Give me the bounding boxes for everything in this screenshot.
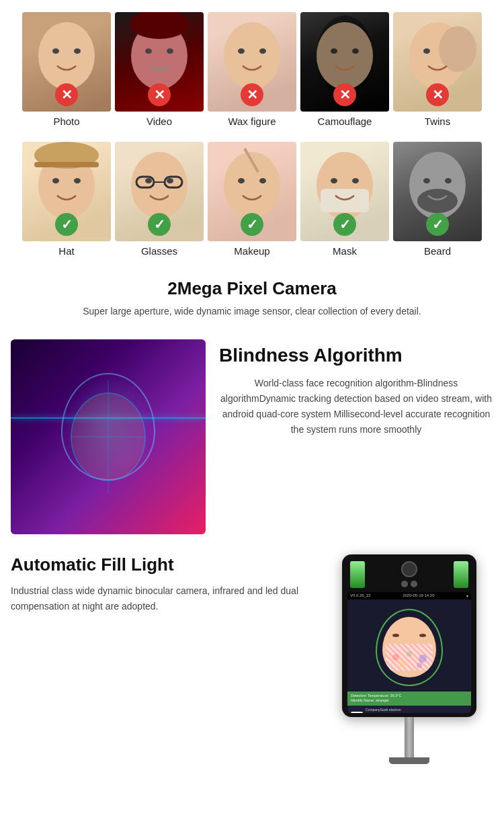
- svg-point-5: [167, 48, 173, 54]
- img-cell-mask: ✓Mask: [300, 142, 389, 257]
- label-makeup: Makeup: [234, 245, 269, 257]
- bottom-image-grid: ✓Hat✓Glasses✓Makeup✓Mask✓Beard: [0, 130, 504, 259]
- svg-point-40: [417, 189, 458, 213]
- svg-point-39: [445, 178, 452, 183]
- device-info-text: CompanySuzik electron Department:LOGO Na…: [366, 708, 401, 713]
- sensor-1: [401, 581, 408, 587]
- img-cell-video: ✕Video: [115, 12, 204, 127]
- img-wrap-camouflage: ✕: [300, 12, 389, 112]
- screen-bottom-bar: Detection Temperature: 36.3°C Identify N…: [347, 692, 471, 706]
- svg-point-44: [392, 654, 399, 661]
- megapixel-desc: Super large aperture, wide dynamic image…: [0, 304, 504, 319]
- svg-point-17: [439, 26, 476, 72]
- img-cell-photo: ✕Photo: [22, 12, 111, 127]
- img-wrap-photo: ✕: [22, 12, 111, 112]
- badge-video: ✕: [148, 83, 171, 106]
- svg-point-30: [238, 178, 245, 183]
- face-inner: [382, 617, 436, 677]
- img-wrap-makeup: ✓: [208, 142, 296, 241]
- img-cell-makeup: ✓Makeup: [208, 142, 296, 257]
- camera-lens: [401, 561, 417, 577]
- badge-glasses: ✓: [148, 213, 171, 236]
- svg-point-23: [131, 152, 187, 219]
- blindness-title: Blindness Algorithm: [219, 345, 493, 366]
- blindness-section: Blindness Algorithm World-class face rec…: [0, 319, 504, 534]
- svg-point-0: [38, 22, 95, 89]
- left-led: [350, 561, 365, 588]
- wifi-icon: ▾: [466, 593, 468, 598]
- svg-rect-36: [321, 189, 369, 212]
- badge-camouflage: ✕: [333, 83, 356, 106]
- img-cell-hat: ✓Hat: [22, 142, 111, 257]
- img-wrap-beard: ✓: [393, 142, 482, 241]
- badge-mask: ✓: [333, 213, 356, 236]
- label-hat: Hat: [58, 245, 74, 257]
- badge-hat: ✓: [55, 213, 78, 236]
- date-label: 2020-05-19 14:20: [403, 593, 434, 597]
- device-pole: [405, 717, 414, 757]
- svg-rect-22: [34, 162, 99, 167]
- svg-point-38: [423, 178, 430, 183]
- svg-point-47: [399, 661, 406, 667]
- label-mask: Mask: [333, 245, 357, 257]
- fill-desc: Industrial class wide dynamic binocular …: [11, 583, 312, 614]
- img-cell-camouflage: ✕Camouflage: [300, 12, 389, 127]
- screen-info-row: LOGO CompanySuzik electron Department:LO…: [347, 706, 471, 713]
- device-mockup-wrap: V0.0.26_15 2020-05-19 14:20 ▾: [325, 554, 493, 764]
- img-cell-beard: ✓Beard: [393, 142, 482, 257]
- svg-point-2: [74, 48, 81, 54]
- device-top-bar: [347, 561, 471, 588]
- blindness-text-block: Blindness Algorithm World-class face rec…: [219, 339, 493, 437]
- svg-point-19: [52, 178, 59, 183]
- face-detection-oval: [376, 609, 443, 686]
- badge-beard: ✓: [426, 213, 449, 236]
- fill-title: Automatic Fill Light: [11, 554, 312, 575]
- fill-light-section: Automatic Fill Light Industrial class wi…: [0, 534, 504, 778]
- img-wrap-wax-figure: ✕: [208, 12, 296, 112]
- img-cell-twins: ✕Twins: [393, 12, 482, 127]
- svg-point-46: [419, 655, 427, 663]
- img-cell-glasses: ✓Glasses: [115, 142, 204, 257]
- device-base: [389, 757, 429, 764]
- svg-point-15: [423, 48, 430, 54]
- label-beard: Beard: [424, 245, 451, 257]
- sensor-row: [401, 581, 417, 587]
- badge-makeup: ✓: [241, 213, 263, 236]
- blindness-image: [11, 339, 206, 534]
- svg-point-31: [259, 178, 266, 183]
- img-wrap-mask: ✓: [300, 142, 389, 241]
- svg-point-4: [145, 48, 152, 54]
- fill-text-block: Automatic Fill Light Industrial class wi…: [11, 554, 312, 614]
- img-wrap-video: ✕: [115, 12, 204, 112]
- svg-point-34: [331, 178, 337, 183]
- badge-photo: ✕: [55, 83, 78, 106]
- svg-point-45: [407, 651, 412, 657]
- temp-label: Detection Temperature: 36.3°C: [351, 694, 468, 699]
- svg-point-48: [417, 663, 422, 668]
- version-label: V0.0.26_15: [350, 593, 371, 597]
- megapixel-title: 2Mega Pixel Camera: [0, 278, 504, 299]
- svg-point-7: [224, 22, 280, 89]
- label-camouflage: Camouflage: [318, 116, 372, 127]
- svg-point-1: [52, 48, 59, 54]
- logo-box: LOGO: [351, 712, 363, 713]
- screen-top-bar: V0.0.26_15 2020-05-19 14:20 ▾: [347, 592, 471, 599]
- company-label: CompanySuzik electron: [366, 708, 401, 713]
- right-led: [454, 561, 468, 588]
- label-wax-figure: Wax figure: [228, 116, 276, 127]
- device-outer: V0.0.26_15 2020-05-19 14:20 ▾: [342, 554, 476, 717]
- sensor-2: [411, 581, 417, 587]
- svg-point-9: [259, 48, 266, 54]
- label-glasses: Glasses: [141, 245, 177, 257]
- label-photo: Photo: [53, 116, 79, 127]
- svg-point-20: [74, 178, 81, 183]
- svg-point-8: [238, 48, 245, 54]
- svg-point-25: [167, 178, 173, 183]
- top-image-grid: ✕Photo✕Video✕Wax figure✕Camouflage✕Twins: [0, 0, 504, 130]
- img-wrap-twins: ✕: [393, 12, 482, 112]
- megapixel-section: 2Mega Pixel Camera Super large aperture,…: [0, 278, 504, 319]
- svg-point-24: [145, 178, 152, 183]
- img-wrap-hat: ✓: [22, 142, 111, 241]
- device-screen: V0.0.26_15 2020-05-19 14:20 ▾: [347, 592, 471, 713]
- mask-overlay: [386, 644, 433, 671]
